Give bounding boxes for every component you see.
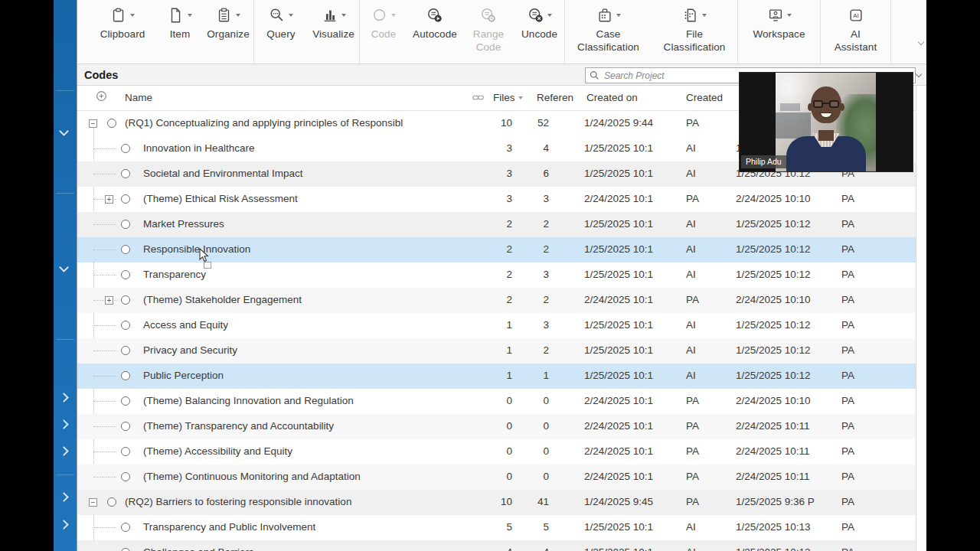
vertical-scrollbar[interactable] [916, 86, 927, 551]
column-header-created-by[interactable]: Created [686, 92, 723, 103]
code-name[interactable]: (Theme) Transparency and Accountability [143, 420, 334, 432]
code-name[interactable]: (Theme) Accessibility and Equity [143, 445, 292, 457]
ai-assistant-button[interactable]: AI AIAssistant [821, 0, 891, 64]
toolbar-group-label: FileClassification [664, 28, 726, 54]
references-count: 0 [520, 445, 549, 457]
code-name[interactable]: Access and Equity [143, 319, 228, 331]
item-button[interactable]: Item [157, 0, 203, 64]
chart-icon [322, 5, 346, 25]
created-on: 1/25/2025 10:1 [584, 344, 684, 356]
column-header-name[interactable]: Name [125, 92, 152, 103]
table-row[interactable]: (Theme) Transparency and Accountability0… [77, 414, 927, 439]
table-row[interactable]: (Theme) Continuous Monitoring and Adapta… [77, 465, 927, 490]
code-name[interactable]: Transparency and Public Involvement [143, 521, 315, 533]
code-name[interactable]: (Theme) Continuous Monitoring and Adapta… [143, 471, 361, 482]
collapse-toggle[interactable]: − [89, 119, 97, 128]
table-row[interactable]: Market Pressures221/25/2025 10:1AI1/25/2… [77, 212, 927, 237]
workspace-button[interactable]: Workspace [738, 0, 821, 64]
table-row[interactable]: −(RQ2) Barriers to fostering responsible… [77, 490, 927, 515]
column-header-created-on[interactable]: Created on [586, 92, 638, 103]
table-row[interactable]: Privacy and Security121/25/2025 10:1AI1/… [77, 338, 927, 364]
chevron-right-icon[interactable] [60, 394, 68, 402]
references-count: 52 [520, 117, 549, 129]
code-circle-icon [121, 220, 130, 229]
created-by: AI [686, 521, 720, 533]
range-code-icon [480, 5, 497, 25]
chevron-right-icon[interactable] [60, 521, 68, 529]
expand-toggle[interactable]: + [105, 296, 113, 305]
created-on: 2/24/2025 10:1 [584, 294, 684, 305]
table-row[interactable]: (Theme) Accessibility and Equity002/24/2… [77, 439, 927, 465]
webcam-overlay[interactable]: Philip Adu [740, 73, 913, 171]
chevron-down-icon[interactable] [916, 72, 923, 78]
page-title: Codes [84, 69, 118, 81]
code-name[interactable]: (RQ2) Barriers to fostering responsible … [125, 496, 351, 507]
organize-button[interactable]: Organize [203, 0, 254, 64]
clipboard-button[interactable]: Clipboard [88, 0, 157, 64]
code-name[interactable]: Market Pressures [143, 218, 224, 230]
table-row[interactable]: Transparency and Public Involvement551/2… [77, 515, 927, 540]
code-name[interactable]: Challenges and Barriers [143, 546, 254, 551]
modified-on: 1/25/2025 10:12 [736, 218, 838, 230]
chevron-down-icon[interactable] [60, 128, 68, 135]
created-on: 2/24/2025 10:1 [584, 193, 684, 204]
modified-by: PA [841, 269, 875, 280]
code-name[interactable]: Societal and Environmental Impact [143, 168, 303, 179]
modified-by: PA [841, 521, 875, 533]
code-name[interactable]: Public Perception [143, 370, 224, 381]
file-classification-button[interactable]: FileClassification [652, 0, 738, 64]
created-by: AI [686, 168, 720, 179]
toolbar-group-label: Workspace [753, 28, 805, 41]
modified-on: 2/24/2025 10:10 [736, 193, 838, 204]
chevron-right-icon[interactable] [60, 421, 68, 429]
expand-toggle[interactable]: + [105, 195, 113, 204]
code-name[interactable]: Privacy and Security [143, 344, 237, 356]
table-row[interactable]: Public Perception111/25/2025 10:1AI1/25/… [77, 364, 927, 389]
table-row[interactable]: +(Theme) Stakeholder Engagement222/24/20… [77, 288, 927, 313]
visualize-button[interactable]: Visualize [308, 0, 360, 64]
files-count: 2 [483, 243, 512, 255]
code-name[interactable]: (RQ1) Conceptualizing and applying princ… [125, 117, 403, 129]
code-button: Code [360, 0, 407, 64]
chevron-down-icon[interactable] [60, 264, 68, 272]
code-name[interactable]: Responsible Innovation [143, 243, 250, 255]
uncode-button[interactable]: Uncode [514, 0, 565, 64]
code-name[interactable]: Innovation in Healthcare [143, 142, 255, 154]
toolbar-group-label: RangeCode [473, 28, 504, 54]
table-row[interactable]: Challenges and Barriers441/25/2025 10:1A… [77, 540, 927, 551]
codes-table: −(RQ1) Conceptualizing and applying prin… [77, 111, 927, 551]
query-button[interactable]: Query [254, 0, 308, 64]
toolbar-group-label: Uncode [521, 28, 557, 41]
modified-on: 1/25/2025 10:12 [736, 344, 838, 356]
files-count: 3 [483, 142, 512, 154]
query-icon [269, 5, 293, 25]
created-on: 1/25/2025 10:1 [584, 546, 684, 551]
column-header-references[interactable]: Referen [537, 92, 573, 103]
references-count: 5 [520, 521, 549, 533]
created-by: PA [686, 193, 720, 204]
table-row[interactable]: +(Theme) Ethical Risk Assessment332/24/2… [77, 187, 927, 212]
column-header-files[interactable]: Files [493, 92, 523, 103]
code-name[interactable]: (Theme) Stakeholder Engagement [143, 294, 302, 305]
code-name[interactable]: Transparency [143, 269, 206, 280]
chevron-right-icon[interactable] [60, 494, 68, 501]
files-count: 2 [483, 294, 512, 305]
clipboard-icon [110, 5, 135, 25]
case-classification-button[interactable]: CaseClassification [565, 0, 652, 64]
autocode-button[interactable]: Autocode [407, 0, 462, 64]
code-name[interactable]: (Theme) Ethical Risk Assessment [143, 193, 298, 204]
references-count: 41 [520, 496, 549, 507]
created-by: PA [686, 294, 720, 305]
code-name[interactable]: (Theme) Balancing Innovation and Regulat… [143, 395, 354, 406]
code-circle-icon [121, 169, 130, 178]
table-row[interactable]: (Theme) Balancing Innovation and Regulat… [77, 389, 927, 414]
code-circle-icon [121, 270, 130, 279]
files-count: 10 [483, 117, 512, 129]
toolbar-group-label: CaseClassification [577, 28, 639, 54]
collapse-toggle[interactable]: − [89, 498, 97, 507]
ribbon-collapse-chevron-icon[interactable] [919, 40, 925, 46]
rail-separator [56, 90, 74, 91]
created-on: 1/25/2025 10:1 [584, 243, 684, 255]
table-row[interactable]: Access and Equity131/25/2025 10:1AI1/25/… [77, 313, 927, 338]
chevron-right-icon[interactable] [60, 448, 68, 455]
